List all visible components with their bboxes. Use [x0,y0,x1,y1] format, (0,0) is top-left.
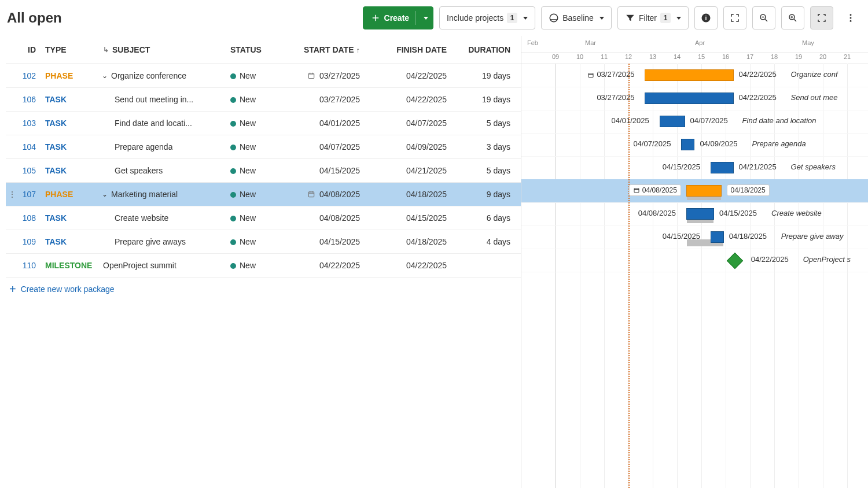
subject-text[interactable]: Prepare give aways [115,237,186,246]
work-package-id[interactable]: 102 [23,71,36,80]
work-package-id[interactable]: 104 [23,142,36,151]
finish-date-value[interactable]: 04/18/2025 [365,190,451,199]
subject-text[interactable]: Create website [115,213,168,223]
col-duration[interactable]: DURATION [451,45,515,54]
gantt-finish-date-label: 04/22/2025 [751,255,789,264]
finish-date-value[interactable]: 04/21/2025 [365,166,451,175]
svg-rect-9 [308,192,314,197]
col-start-date[interactable]: START DATE ↑ [284,45,365,54]
work-package-id[interactable]: 109 [23,237,36,246]
col-status[interactable]: STATUS [226,45,284,54]
info-button[interactable]: i [694,6,718,29]
gantt-bar[interactable] [660,116,685,127]
work-package-id[interactable]: 108 [23,213,36,223]
start-date-value[interactable]: 04/01/2025 [319,119,360,128]
work-package-id[interactable]: 110 [23,261,36,270]
status-cell: New [226,119,284,128]
gantt-row[interactable]: 04/07/202504/09/2025Prepare agenda [521,133,868,157]
gantt-row[interactable]: 03/27/202504/22/2025Organize conf [521,64,868,87]
gantt-bar[interactable] [645,70,733,80]
table-row[interactable]: 110 MILESTONE OpenProject summit New 04/… [6,254,521,278]
finish-date-value[interactable]: 04/18/2025 [365,237,451,246]
subject-text[interactable]: Marketing material [111,190,178,199]
fullscreen-button[interactable] [723,6,746,29]
table-row[interactable]: 106 TASK Send out meeting in... New 03/2… [6,88,521,112]
zoom-in-button[interactable] [781,6,804,29]
gantt-bar[interactable] [687,209,713,219]
duration-value[interactable]: 4 days [451,237,515,246]
finish-date-value[interactable]: 04/15/2025 [365,213,451,223]
start-date-value[interactable]: 04/22/2025 [319,261,360,270]
start-date-value[interactable]: 03/27/2025 [319,95,360,104]
work-package-id[interactable]: 103 [23,119,36,128]
drag-handle-icon[interactable]: ⋮⋮ [6,183,13,206]
status-cell: New [226,142,284,151]
start-date-value[interactable]: 04/07/2025 [319,142,360,151]
duration-value[interactable]: 9 days [451,190,515,199]
chevron-down-icon[interactable]: ⌄ [102,72,108,80]
start-date-value[interactable]: 04/15/2025 [319,237,360,246]
col-id[interactable]: ID [6,45,41,54]
finish-date-value[interactable]: 04/22/2025 [365,95,451,104]
gantt-week-label: 13 [649,53,656,60]
start-date-value[interactable]: 03/27/2025 [319,71,360,80]
table-row[interactable]: 105 TASK Get speakers New 04/15/2025 04/… [6,159,521,183]
gantt-name-label: Prepare give away [781,232,844,241]
table-row[interactable]: 102 PHASE ⌄ Organize conference New 03/2… [6,64,521,88]
work-package-id[interactable]: 107 [23,190,36,199]
work-package-id[interactable]: 105 [23,166,36,175]
subject-text[interactable]: OpenProject summit [103,261,176,270]
gantt-row[interactable]: 04/15/202504/18/2025Prepare give away [521,225,868,249]
gantt-row[interactable]: 04/01/202504/07/2025Find date and locati… [521,110,868,134]
zoom-out-button[interactable] [752,6,775,29]
gantt-bar[interactable] [645,93,733,103]
gantt-row[interactable]: 04/22/2025OpenProject s [521,249,868,272]
subject-text[interactable]: Organize conference [111,71,186,80]
gantt-bar[interactable] [687,186,721,196]
duration-value[interactable]: 6 days [451,213,515,223]
col-finish-date[interactable]: FINISH DATE [365,45,451,54]
subject-text[interactable]: Get speakers [115,166,163,175]
gantt-bar[interactable] [711,232,723,242]
create-button[interactable]: Create [363,6,434,29]
more-button[interactable] [839,6,862,29]
create-work-package-button[interactable]: + Create new work package [6,278,521,301]
duration-value[interactable]: 5 days [451,119,515,128]
table-row[interactable]: 109 TASK Prepare give aways New 04/15/20… [6,230,521,254]
gantt-bar[interactable] [711,162,733,173]
filter-button[interactable]: Filter 1 [617,6,689,29]
duration-value[interactable]: 19 days [451,71,515,80]
duration-value[interactable]: 5 days [451,166,515,175]
duration-value[interactable]: 3 days [451,142,515,151]
duration-value[interactable]: 19 days [451,95,515,104]
subject-text[interactable]: Prepare agenda [115,142,172,151]
gantt-bar[interactable] [682,139,694,150]
start-date-value[interactable]: 04/15/2025 [319,166,360,175]
start-date-value[interactable]: 04/08/2025 [319,213,360,223]
subject-text[interactable]: Send out meeting in... [115,95,193,104]
finish-date-value[interactable]: 04/09/2025 [365,142,451,151]
gantt-row[interactable]: 03/27/202504/22/2025Send out mee [521,87,868,110]
gantt-row[interactable]: 04/08/202504/18/2025 [521,179,868,203]
col-type[interactable]: TYPE [41,45,98,54]
gantt-row[interactable]: 04/15/202504/21/2025Get speakers [521,156,868,180]
table-row[interactable]: 108 TASK Create website New 04/08/2025 0… [6,206,521,230]
finish-date-value[interactable]: 04/22/2025 [365,71,451,80]
start-date-value[interactable]: 04/08/2025 [319,190,360,199]
include-projects-button[interactable]: Include projects 1 [439,6,535,29]
work-package-id[interactable]: 106 [23,95,36,104]
gantt-row[interactable]: 04/08/202504/15/2025Create website [521,202,868,226]
chevron-down-icon[interactable]: ⌄ [102,190,108,198]
auto-zoom-button[interactable] [810,6,833,29]
gantt-milestone[interactable] [727,253,743,269]
status-cell: New [226,213,284,223]
col-subject[interactable]: ↳ SUBJECT [98,45,226,54]
table-row[interactable]: 104 TASK Prepare agenda New 04/07/2025 0… [6,135,521,159]
table-row[interactable]: 103 TASK Find date and locati... New 04/… [6,112,521,135]
subject-text[interactable]: Find date and locati... [115,119,192,128]
baseline-button[interactable]: Baseline [541,6,612,29]
finish-date-value[interactable]: 04/07/2025 [365,119,451,128]
finish-date-value[interactable]: 04/22/2025 [365,261,451,270]
table-row[interactable]: ⋮⋮ 107 PHASE ⌄ Marketing material New 04… [6,183,521,206]
gantt-week-label: 17 [746,53,753,60]
